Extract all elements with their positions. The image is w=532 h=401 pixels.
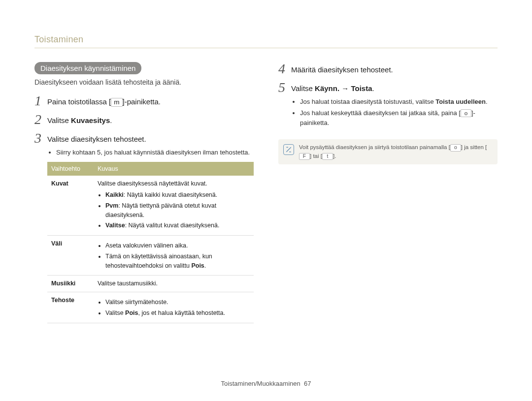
step-body: Määritä diaesityksen tehosteet. [291, 62, 498, 75]
note-part: ] tai [ [310, 153, 322, 159]
cell-bullets: Valitse siirtymätehoste. Valitse Pois, j… [98, 298, 250, 318]
step-text: Valitse [47, 116, 71, 124]
bullet-text: Jos haluat keskeyttää diaesityksen tai j… [300, 109, 461, 117]
bullet-item: Valitse Pois, jos et halua käyttää tehos… [105, 308, 250, 318]
step-text: . [372, 84, 374, 93]
step-5: 5 Valitse Käynn. → Toista. Jos haluat to… [278, 81, 498, 132]
bullet-item: Jos haluat toistaa diaesitystä toistuvas… [300, 97, 498, 107]
step-text: Valitse [291, 84, 315, 93]
key-t: t [322, 153, 333, 160]
step-3: 3 Valitse diaesityksen tehosteet. Siirry… [34, 131, 254, 323]
page-header: Toistaminen [34, 34, 498, 48]
option-desc: Valitse diaesityksessä näytettävät kuvat… [94, 176, 254, 235]
step-body: Valitse diaesityksen tehosteet. Siirry k… [47, 131, 254, 323]
bullet-text: : Näytä valitut kuvat diaesityksenä. [125, 222, 220, 229]
cell-bullets: Aseta valokuvien välinen aika. Tämä on k… [98, 241, 250, 270]
table-header-option: Vaihtoehto [47, 162, 94, 176]
step-bullets: Siirry kohtaan 5, jos haluat käynnistää … [47, 148, 254, 157]
step-text: ]-painiketta. [123, 97, 161, 106]
key-m: m [111, 98, 122, 107]
cell-text: Valitse diaesityksessä näytettävät kuvat… [98, 180, 207, 187]
note-icon [283, 144, 294, 155]
section-intro: Diaesitykseen voidaan lisätä tehosteita … [34, 78, 254, 86]
step-2: 2 Valitse Kuvaesitys. [34, 113, 254, 126]
note-text: Voit pysäyttää diaesityksen ja siirtyä t… [299, 143, 493, 160]
step-1: 1 Paina toistotilassa [m]-painiketta. [34, 94, 254, 108]
step-bold: Kuvaesitys [71, 116, 110, 124]
step-number: 3 [34, 131, 47, 145]
bullet-item: Jos haluat keskeyttää diaesityksen tai j… [300, 108, 498, 127]
key-o: o [450, 144, 461, 151]
bullet-item: Kaikki: Näytä kaikki kuvat diaesityksenä… [105, 190, 250, 200]
bullet-bold: Pois [191, 262, 204, 269]
option-label: Väli [47, 236, 94, 276]
bullet-item: Valitse: Näytä valitut kuvat diaesitykse… [105, 221, 250, 230]
option-label: Kuvat [47, 176, 94, 235]
footer-text: Toistaminen/Muokkaaminen [221, 380, 300, 387]
option-desc: Valitse siirtymätehoste. Valitse Pois, j… [94, 292, 254, 323]
step-number: 2 [34, 113, 47, 126]
bullet-text: : Näytä kaikki kuvat diaesityksenä. [124, 191, 217, 198]
step-number: 5 [278, 81, 291, 94]
note-part: ] ja sitten [ [461, 144, 487, 150]
step-bold: Käynn. → Toista [315, 84, 372, 93]
page-number: 67 [304, 380, 311, 387]
table-row: Musiikki Valitse taustamusiikki. [47, 276, 254, 292]
step-body: Paina toistotilassa [m]-painiketta. [47, 94, 254, 107]
step-bullets: Jos haluat toistaa diaesitystä toistuvas… [291, 97, 498, 128]
step-body: Valitse Käynn. → Toista. Jos haluat tois… [291, 81, 498, 132]
bullet-item: Siirry kohtaan 5, jos haluat käynnistää … [56, 148, 254, 157]
bullet-text: Jos haluat toistaa diaesitystä toistuvas… [300, 98, 435, 105]
bullet-item: Tämä on käytettävissä ainoastaan, kun te… [105, 252, 250, 271]
table-row: Väli Aseta valokuvien välinen aika. Tämä… [47, 236, 254, 276]
content-columns: Diaesityksen käynnistäminen Diaesityksee… [34, 62, 498, 328]
step-4: 4 Määritä diaesityksen tehosteet. [278, 62, 498, 76]
bullet-item: Aseta valokuvien välinen aika. [105, 241, 250, 250]
bullet-bold: Pois [125, 309, 138, 316]
bullet-text: , jos et halua käyttää tehostetta. [138, 309, 225, 316]
section-pill: Diaesityksen käynnistäminen [34, 62, 141, 74]
table-row: Tehoste Valitse siirtymätehoste. Valitse… [47, 292, 254, 323]
page-footer: Toistaminen/Muokkaaminen 67 [0, 380, 532, 387]
table-row: Kuvat Valitse diaesityksessä näytettävät… [47, 176, 254, 235]
note-part: ]. [333, 153, 336, 159]
options-table: Vaihtoehto Kuvaus Kuvat Valitse diaesity… [47, 162, 254, 323]
bullet-text: . [486, 98, 488, 105]
note-part: Voit pysäyttää diaesityksen ja siirtyä t… [299, 144, 450, 150]
step-number: 1 [34, 94, 47, 108]
bullet-bold: Kaikki [105, 191, 124, 198]
step-text: Paina toistotilassa [ [47, 97, 111, 106]
key-o: o [461, 109, 471, 117]
option-label: Musiikki [47, 276, 94, 292]
bullet-text: . [204, 262, 206, 269]
step-number: 4 [278, 62, 291, 76]
bullet-item: Pvm: Näytä tiettynä päivänä otetut kuvat… [105, 201, 250, 220]
table-header-desc: Kuvaus [94, 162, 254, 176]
bullet-text: : Näytä tiettynä päivänä otetut kuvat di… [105, 202, 216, 218]
step-text: . [110, 116, 112, 124]
option-desc: Valitse taustamusiikki. [94, 276, 254, 292]
bullet-bold: Valitse [105, 222, 125, 229]
bullet-text: Valitse [105, 309, 125, 316]
bullet-item: Valitse siirtymätehoste. [105, 298, 250, 307]
key-f: F [299, 153, 310, 160]
option-desc: Aseta valokuvien välinen aika. Tämä on k… [94, 236, 254, 276]
bullet-bold: Toista uudelleen [435, 98, 486, 105]
option-label: Tehoste [47, 292, 94, 323]
note-box: Voit pysäyttää diaesityksen ja siirtyä t… [278, 139, 498, 164]
right-column: 4 Määritä diaesityksen tehosteet. 5 Vali… [278, 62, 498, 328]
cell-bullets: Kaikki: Näytä kaikki kuvat diaesityksenä… [98, 190, 250, 230]
left-column: Diaesityksen käynnistäminen Diaesityksee… [34, 62, 254, 328]
step-text: Valitse diaesityksen tehosteet. [47, 135, 146, 143]
bullet-bold: Pvm [105, 202, 118, 209]
manual-page: Toistaminen Diaesityksen käynnistäminen … [0, 0, 532, 401]
step-body: Valitse Kuvaesitys. [47, 113, 254, 126]
